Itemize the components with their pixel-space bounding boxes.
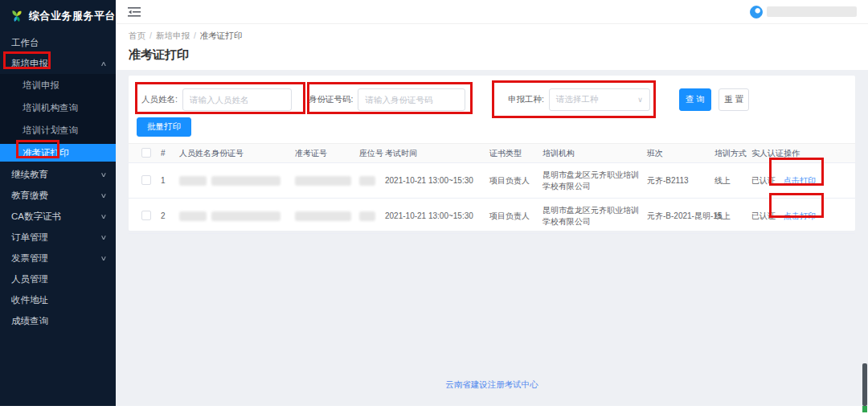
row-checkbox[interactable] — [141, 211, 151, 220]
col-index: # — [161, 144, 179, 163]
row-checkbox[interactable] — [141, 175, 151, 185]
cell-cert-type: 项目负责人 — [489, 199, 542, 234]
footer: 云南省建设注册考试中心 — [116, 379, 868, 391]
breadcrumb-item[interactable]: 准考证打印 — [200, 31, 243, 42]
filter-table-card: 人员姓名: 身份证号码: 申报工种: 请选择工种 ∨ 查 询 重 置 批量打印 — [129, 76, 855, 231]
redacted-name — [179, 176, 207, 186]
user-avatar-icon[interactable] — [750, 6, 763, 18]
col-id-no: 身份证号 — [211, 144, 295, 163]
caret-down-icon: ∨ — [100, 213, 108, 220]
sidebar-item-education-payment[interactable]: 教育缴费∨ — [0, 185, 116, 206]
cell-class-no: 元齐-B-2021-昆明-15 — [647, 199, 714, 234]
reset-button[interactable]: 重 置 — [719, 88, 749, 111]
col-cert-type: 证书类型 — [489, 144, 542, 163]
submenu-new-training-apply: 培训申报培训机构查询培训计划查询准考证打印 — [0, 74, 116, 162]
main-area: 首页/新培申报/准考证打印 准考证打印 人员姓名: 身份证号码: 申报工种: 请… — [116, 0, 868, 414]
topbar-user — [750, 6, 857, 18]
sidebar-item-order-management[interactable]: 订单管理∨ — [0, 227, 116, 248]
breadcrumb-item[interactable]: 首页 — [129, 31, 145, 42]
breadcrumb-item[interactable]: 新培申报 — [156, 31, 190, 42]
scrollbar-corner — [862, 406, 867, 412]
query-button[interactable]: 查 询 — [679, 88, 711, 111]
col-name: 人员姓名 — [179, 144, 211, 163]
app-logo: 综合业务服务平台 — [0, 0, 116, 32]
id-number-filter: 身份证号码: — [309, 88, 465, 111]
sidebar-item-new-training-apply[interactable]: 新培申报∧ — [0, 53, 116, 74]
cell-class-no: 元齐-B2113 — [647, 163, 714, 199]
app-logo-icon — [10, 9, 23, 23]
cell-id-no — [211, 163, 295, 199]
caret-down-icon: ∨ — [100, 234, 108, 241]
select-all-checkbox[interactable] — [141, 148, 151, 158]
cell-name — [179, 199, 211, 234]
sidebar-item-exam-ticket-print[interactable]: 准考证打印 — [0, 144, 116, 162]
redacted-id_no — [211, 176, 280, 186]
cell-org: 昆明市盘龙区元齐职业培训学校有限公司 — [542, 199, 647, 234]
job-type-select[interactable]: 请选择工种 ∨ — [549, 88, 650, 111]
col-exam-time: 考试时间 — [385, 144, 489, 163]
table-row: 1 2021-10-21 13:00~15:30 项目负责人 昆明市盘龙区元齐职… — [129, 163, 855, 199]
topbar — [116, 0, 868, 24]
breadcrumb: 首页/新培申报/准考证打印 — [129, 31, 868, 42]
footer-link[interactable]: 云南省建设注册考试中心 — [445, 379, 538, 389]
chevron-down-icon: ∨ — [637, 96, 643, 104]
sidebar-item-personnel-management[interactable]: 人员管理 — [0, 268, 116, 289]
sidebar-nav: 工作台新培申报∧培训申报培训机构查询培训计划查询准考证打印继续教育∨教育缴费∨C… — [0, 32, 116, 331]
cell-seat-no — [359, 163, 385, 199]
cell-org: 昆明市盘龙区元齐职业培训学校有限公司 — [542, 163, 647, 199]
cell-mode: 线上 — [714, 199, 751, 234]
sidebar: 综合业务服务平台 工作台新培申报∧培训申报培训机构查询培训计划查询准考证打印继续… — [0, 0, 116, 406]
bottom-strip — [0, 406, 868, 414]
cell-exam-time: 2021-10-21 13:00~15:30 — [385, 163, 489, 199]
redacted-ticket_no — [295, 176, 351, 186]
job-type-filter-label: 申报工种: — [508, 94, 544, 105]
name-filter: 人员姓名: — [141, 88, 292, 111]
sidebar-item-continuing-education[interactable]: 继续教育∨ — [0, 164, 116, 185]
sidebar-item-training-plan-query[interactable]: 培训计划查询 — [0, 119, 116, 141]
cell-action: 点击打印 — [784, 163, 855, 199]
sidebar-item-score-query[interactable]: 成绩查询 — [0, 310, 116, 331]
col-class-no: 班次 — [647, 144, 714, 163]
content-area: 人员姓名: 身份证号码: 申报工种: 请选择工种 ∨ 查 询 重 置 批量打印 — [116, 71, 868, 414]
menu-fold-icon[interactable] — [128, 6, 141, 18]
caret-down-icon: ∨ — [100, 171, 108, 178]
print-link[interactable]: 点击打印 — [784, 211, 816, 220]
cell-action: 点击打印 — [784, 199, 855, 234]
cell-ticket-no — [295, 199, 359, 234]
sidebar-item-invoice-management[interactable]: 发票管理∨ — [0, 248, 116, 268]
sidebar-item-training-org-query[interactable]: 培训机构查询 — [0, 96, 116, 119]
print-link[interactable]: 点击打印 — [784, 176, 816, 185]
name-filter-input[interactable] — [182, 88, 292, 111]
redacted-seat_no — [359, 176, 375, 186]
cell-mode: 线上 — [714, 163, 751, 199]
col-mode: 培训方式 — [714, 144, 751, 163]
id-number-filter-input[interactable] — [358, 88, 465, 111]
cell-id-no — [211, 199, 295, 234]
cell-identity-check: 已认证 — [751, 163, 784, 199]
batch-print-button[interactable]: 批量打印 — [137, 117, 191, 137]
cell-identity-check: 已认证 — [751, 199, 784, 234]
col-identity-check: 实人认证 — [751, 144, 784, 163]
page-title: 准考证打印 — [129, 47, 868, 63]
caret-down-icon: ∨ — [100, 192, 108, 199]
sidebar-item-training-apply[interactable]: 培训申报 — [0, 74, 116, 96]
page-header: 首页/新培申报/准考证打印 准考证打印 — [116, 24, 868, 70]
cell-ticket-no — [295, 163, 359, 199]
col-org: 培训机构 — [542, 144, 647, 163]
redacted-id_no — [211, 211, 280, 221]
exam-ticket-table: # 人员姓名 身份证号 准考证号 座位号 考试时间 证书类型 培训机构 班次 培… — [129, 143, 855, 234]
caret-up-icon: ∧ — [100, 60, 108, 68]
col-seat-no: 座位号 — [359, 144, 385, 163]
sidebar-item-shipping-address[interactable]: 收件地址 — [0, 289, 116, 310]
id-number-filter-label: 身份证号码: — [309, 94, 353, 105]
vertical-scrollbar-thumb[interactable] — [862, 363, 867, 406]
job-type-filter: 申报工种: 请选择工种 ∨ — [508, 88, 650, 111]
cell-cert-type: 项目负责人 — [489, 163, 542, 199]
breadcrumb-separator: / — [194, 31, 196, 42]
col-action: 操作 — [784, 144, 855, 163]
cell-name — [179, 163, 211, 199]
sidebar-item-workbench[interactable]: 工作台 — [0, 32, 116, 53]
redacted-seat_no — [359, 211, 375, 221]
job-type-select-placeholder: 请选择工种 — [556, 94, 599, 105]
sidebar-item-ca-certificate[interactable]: CA数字证书∨ — [0, 206, 116, 227]
